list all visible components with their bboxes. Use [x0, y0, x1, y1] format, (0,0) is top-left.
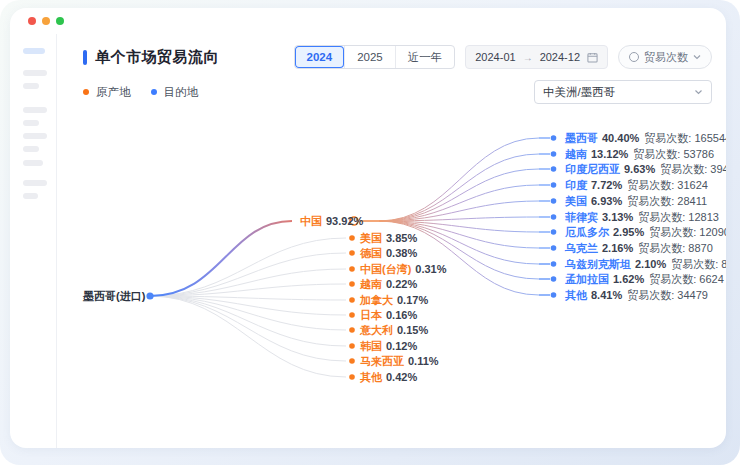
maximize-window-icon[interactable]	[56, 17, 64, 25]
tab-recent-year[interactable]: 近一年	[395, 46, 455, 68]
metric-value: 贸易次数	[644, 50, 688, 65]
year-tab-group: 2024 2025 近一年	[294, 45, 456, 69]
app-window: 单个市场贸易流向 2024 2025 近一年 2024-01 → 2024-12	[10, 8, 726, 448]
destination-row[interactable]: 墨西哥40.40%贸易次数: 165544	[565, 130, 726, 146]
destination-row[interactable]: 美国6.93%贸易次数: 28411	[565, 193, 707, 209]
region-select[interactable]: 中美洲/墨西哥	[534, 80, 712, 104]
origin-row[interactable]: 中国(台湾)0.31%	[360, 261, 447, 277]
destination-row[interactable]: 越南13.12%贸易次数: 53786	[565, 146, 714, 162]
minimize-window-icon[interactable]	[42, 17, 50, 25]
sidebar-item-placeholder	[23, 146, 39, 152]
destination-row[interactable]: 乌克兰2.16%贸易次数: 8870	[565, 240, 713, 256]
legend-destination-label: 目的地	[164, 85, 199, 100]
close-window-icon[interactable]	[28, 17, 36, 25]
destination-row[interactable]: 印度尼西亚9.63%贸易次数: 39466	[565, 161, 726, 177]
date-range-picker[interactable]: 2024-01 → 2024-12	[465, 45, 608, 69]
sidebar-item-placeholder	[23, 160, 43, 166]
sidebar-item-placeholder	[23, 180, 47, 186]
sidebar-item-placeholder	[23, 120, 39, 126]
metric-select[interactable]: 贸易次数	[618, 45, 712, 69]
destination-row[interactable]: 其他8.41%贸易次数: 34479	[565, 287, 708, 303]
chevron-down-icon	[694, 89, 703, 95]
destination-row[interactable]: 孟加拉国1.62%贸易次数: 6624	[565, 271, 724, 287]
tab-2025[interactable]: 2025	[344, 46, 395, 68]
origin-row[interactable]: 日本0.16%	[360, 307, 417, 323]
title-accent-bar	[83, 50, 87, 65]
origin-row[interactable]: 越南0.22%	[360, 276, 417, 292]
origin-dot-icon	[83, 89, 89, 95]
date-end-value: 2024-12	[540, 51, 580, 63]
region-select-value: 中美洲/墨西哥	[543, 85, 615, 100]
origin-row[interactable]: 马来西亚0.11%	[360, 353, 439, 369]
origin-node-dots	[349, 235, 355, 380]
page-title: 单个市场贸易流向	[95, 48, 219, 67]
trade-flow-chart: 墨西哥(进口) 中国93.92% 美国3.85% 德国0.38% 中国(台湾)0…	[83, 117, 712, 409]
origin-row[interactable]: 美国3.85%	[360, 230, 417, 246]
destination-row[interactable]: 菲律宾3.13%贸易次数: 12813	[565, 209, 719, 225]
tab-2024[interactable]: 2024	[295, 46, 345, 68]
date-start-value: 2024-01	[475, 51, 515, 63]
chart-legend: 原产地 目的地	[83, 85, 198, 100]
legend-item-destination[interactable]: 目的地	[151, 85, 199, 100]
sidebar-item-placeholder	[23, 83, 39, 89]
destination-row[interactable]: 印度7.72%贸易次数: 31624	[565, 177, 708, 193]
sidebar-item-placeholder	[23, 133, 47, 139]
metric-info-icon	[629, 52, 639, 62]
origin-row[interactable]: 加拿大0.17%	[360, 292, 428, 308]
root-node-label[interactable]: 墨西哥(进口)	[83, 288, 145, 304]
destination-dot-icon	[151, 89, 157, 95]
legend-item-origin[interactable]: 原产地	[83, 85, 131, 100]
sidebar-item-placeholder	[23, 107, 47, 113]
sidebar-item-placeholder	[23, 48, 45, 54]
origin-row[interactable]: 德国0.38%	[360, 245, 417, 261]
destination-row[interactable]: 乌兹别克斯坦2.10%贸易次数: 8625	[565, 256, 726, 272]
origin-row[interactable]: 韩国0.12%	[360, 338, 417, 354]
origin-row[interactable]: 其他0.42%	[360, 369, 417, 385]
sidebar-item-placeholder	[23, 70, 47, 76]
origin-links	[150, 238, 346, 377]
calendar-icon	[587, 52, 598, 63]
destination-node-dots	[551, 135, 557, 298]
sidebar-nav	[10, 34, 57, 448]
window-titlebar	[10, 8, 726, 34]
origin-row[interactable]: 意大利0.15%	[360, 322, 428, 338]
sidebar-item-placeholder	[23, 193, 38, 199]
chevron-down-icon	[693, 54, 701, 60]
destination-row[interactable]: 厄瓜多尔2.95%贸易次数: 12090	[565, 224, 726, 240]
root-node-dot[interactable]	[146, 292, 153, 299]
china-hub-label[interactable]: 中国93.92%	[300, 213, 363, 229]
legend-origin-label: 原产地	[96, 85, 131, 100]
page-background: 单个市场贸易流向 2024 2025 近一年 2024-01 → 2024-12	[0, 0, 740, 465]
destination-stubs	[539, 138, 550, 295]
date-range-arrow-icon: →	[523, 52, 533, 63]
